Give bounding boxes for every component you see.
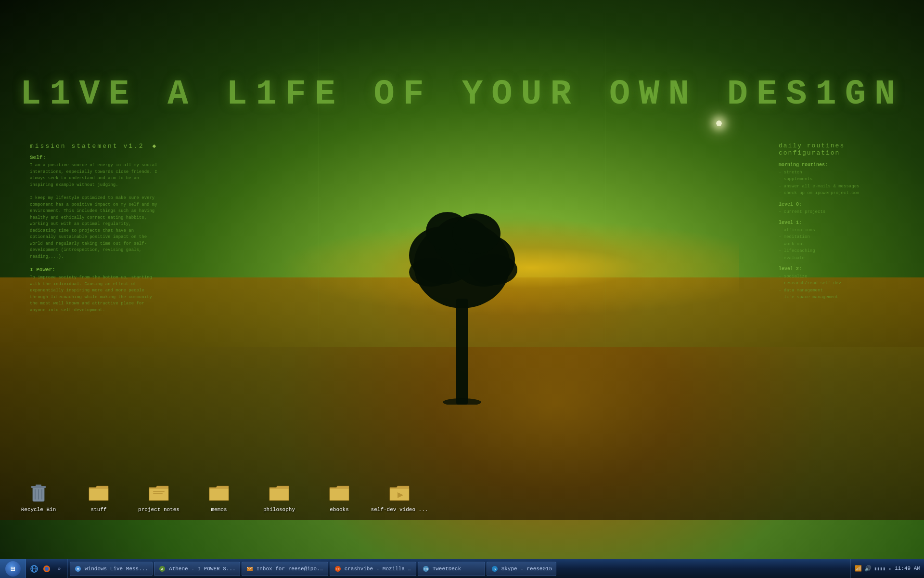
mission-self-heading: Self: — [30, 155, 160, 160]
svg-rect-17 — [153, 493, 163, 494]
mission-bullet: ◆ — [152, 143, 157, 150]
svg-rect-16 — [153, 491, 165, 492]
list-item: - work out — [779, 241, 894, 248]
ebooks-folder-icon — [328, 481, 351, 504]
quick-launch-ie-icon[interactable] — [29, 564, 39, 574]
project-notes-label: project notes — [138, 506, 180, 513]
mission-ipower-heading: I Power: — [30, 267, 160, 273]
desktop-icon-recycle-bin[interactable]: Recycle Bin — [22, 481, 55, 513]
tray-arrow-icon[interactable]: ◂ — [888, 566, 891, 572]
list-item: - stretch — [779, 169, 894, 176]
recycle-bin-label: Recycle Bin — [21, 506, 56, 513]
clock-display: 11:49 AM — [895, 565, 920, 572]
quick-launch-bar: » — [26, 559, 68, 578]
skype-icon: S — [491, 565, 499, 573]
taskbar-item-tweetdeck-label: TweetDeck — [433, 566, 461, 572]
list-item: - supplements — [779, 176, 894, 183]
taskbar-item-windows-live-mess-label: Windows Live Mess... — [85, 566, 148, 572]
mission-title: mission statement v1.2 ◆ — [30, 142, 160, 150]
list-item: - data management — [779, 287, 894, 294]
desktop-icon-memos[interactable]: memos — [202, 481, 236, 513]
svg-point-5 — [452, 213, 500, 254]
taskbar-item-crashvibe[interactable]: FF crashvibe - Mozilla ... — [330, 562, 416, 576]
routines-level2-heading: level 2: — [779, 266, 894, 272]
svg-rect-12 — [36, 485, 41, 486]
windows-live-mess-icon: M — [74, 565, 82, 573]
taskbar-item-athene-label: Athene - I POWER S... — [169, 566, 236, 572]
mission-section: mission statement v1.2 ◆ Self: I am a po… — [30, 142, 160, 320]
philosophy-folder-icon — [268, 481, 291, 504]
routines-section: daily routines configuration morning rou… — [779, 142, 894, 304]
desktop-icon-stuff[interactable]: stuff — [82, 481, 116, 513]
taskbar-item-skype[interactable]: S Skype - reese015 — [487, 562, 557, 576]
self-dev-video-label: self-dev video ... — [371, 506, 428, 513]
tweetdeck-icon: TD — [422, 565, 430, 573]
tray-icons: 📶 🔊 ▮▮▮▮ ◂ — [855, 565, 891, 572]
routines-title: daily routines configuration — [779, 142, 894, 157]
routines-morning-list: - stretch - supplements - answer all e-m… — [779, 169, 894, 197]
list-item: - answer all e-mails & messages — [779, 183, 894, 190]
svg-point-23 — [45, 567, 49, 571]
ebooks-label: ebooks — [330, 506, 349, 513]
start-orb: ⊞ — [5, 561, 21, 577]
taskbar-item-windows-live-mess[interactable]: M Windows Live Mess... — [70, 562, 153, 576]
taskbar-item-crashvibe-label: crashvibe - Mozilla ... — [345, 566, 412, 572]
stuff-folder-icon — [87, 481, 110, 504]
desktop-icon-self-dev-video[interactable]: self-dev video ... — [383, 481, 416, 513]
svg-point-9 — [443, 398, 481, 405]
project-notes-folder-icon — [147, 481, 170, 504]
list-item: - evaluate — [779, 255, 894, 262]
mission-ipower-text: To improve society from the bottom up, s… — [30, 275, 160, 314]
svg-text:TD: TD — [424, 567, 427, 571]
tray-battery-icon[interactable]: ▮▮▮▮ — [874, 566, 886, 572]
list-item: - affirmations — [779, 227, 894, 234]
list-item: - life space management — [779, 294, 894, 301]
desktop-icon-philosophy[interactable]: philosophy — [262, 481, 296, 513]
taskbar-item-tweetdeck[interactable]: TD TweetDeck — [418, 562, 485, 576]
routines-level2-list: - socialize - research/read self-dev - d… — [779, 273, 894, 301]
routines-level1-heading: level 1: — [779, 220, 894, 225]
taskbar-item-athene-ipower[interactable]: A Athene - I POWER S... — [154, 562, 240, 576]
taskbar-items: M Windows Live Mess... A Athene - I POWE… — [68, 559, 850, 578]
svg-text:M: M — [77, 567, 79, 571]
stuff-label: stuff — [90, 506, 106, 513]
tree-silhouette — [390, 202, 534, 405]
star-glow — [716, 120, 722, 126]
quick-launch-firefox-icon[interactable] — [41, 564, 52, 574]
windows-logo-icon: ⊞ — [11, 564, 15, 574]
athene-ipower-icon: A — [158, 565, 166, 573]
svg-point-7 — [469, 254, 517, 285]
desktop-icons-container: Recycle Bin stuff project — [22, 481, 416, 513]
memos-folder-icon — [207, 481, 231, 504]
routines-morning-heading: morning routines: — [779, 162, 894, 168]
mission-self-text2: I keep my lifestyle optimized to make su… — [30, 195, 160, 260]
list-item: - meditation — [779, 234, 894, 240]
vertical-line-left — [319, 0, 319, 376]
svg-text:FF: FF — [335, 567, 339, 571]
svg-point-6 — [409, 258, 452, 287]
list-item: - current projects — [779, 209, 894, 215]
desktop-icon-ebooks[interactable]: ebooks — [322, 481, 356, 513]
list-item: - socialize — [779, 273, 894, 280]
recycle-bin-icon — [27, 481, 50, 504]
taskbar: ⊞ » — [0, 559, 924, 578]
philosophy-label: philosophy — [263, 506, 295, 513]
tray-volume-icon[interactable]: 🔊 — [864, 565, 872, 572]
crashvibe-icon: FF — [334, 565, 342, 573]
mission-self-text1: I am a positive source of energy in all … — [30, 162, 160, 188]
taskbar-item-inbox-label: Inbox for reese@ipo... — [257, 566, 324, 572]
desktop: L1VE A L1FE OF YOUR OWN DES1GN mission s… — [0, 0, 924, 578]
main-title: L1VE A L1FE OF YOUR OWN DES1GN — [0, 75, 924, 114]
quick-launch-arrow-icon[interactable]: » — [54, 564, 64, 574]
svg-text:S: S — [493, 567, 496, 571]
vertical-line-right — [605, 0, 605, 376]
svg-text:A: A — [161, 567, 164, 571]
routines-level0-list: - current projects — [779, 209, 894, 215]
desktop-icon-project-notes[interactable]: project notes — [142, 481, 176, 513]
system-tray: 📶 🔊 ▮▮▮▮ ◂ 11:49 AM — [850, 559, 924, 578]
start-button[interactable]: ⊞ — [0, 559, 26, 578]
tray-network-icon[interactable]: 📶 — [855, 565, 862, 572]
clock-time: 11:49 AM — [895, 565, 920, 572]
taskbar-item-inbox[interactable]: Inbox for reese@ipo... — [242, 562, 328, 576]
list-item: - lifecoaching — [779, 248, 894, 254]
